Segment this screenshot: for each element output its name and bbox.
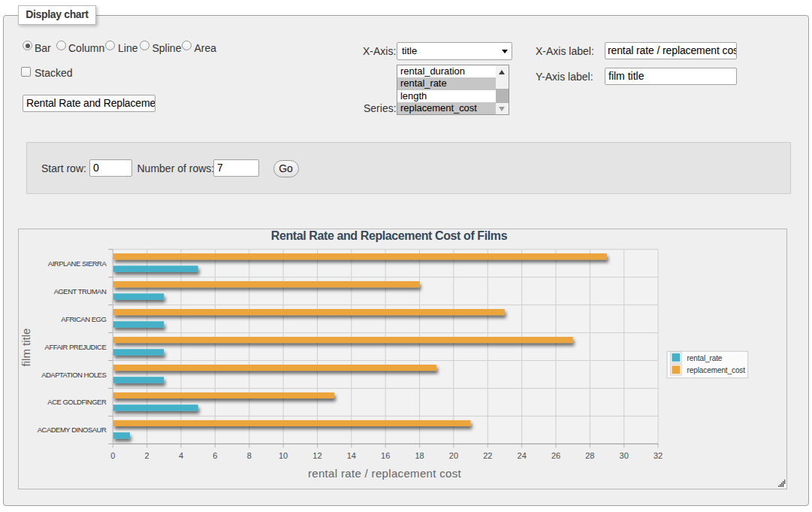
svg-text:AGENT TRUMAN: AGENT TRUMAN <box>54 287 107 295</box>
svg-text:8: 8 <box>247 451 252 460</box>
svg-text:rental rate / replacement cost: rental rate / replacement cost <box>308 467 462 480</box>
svg-text:ADAPTATION HOLES: ADAPTATION HOLES <box>41 371 106 379</box>
svg-text:ACE GOLDFINGER: ACE GOLDFINGER <box>47 398 107 406</box>
svg-text:AFFAIR PREJUDICE: AFFAIR PREJUDICE <box>45 343 107 351</box>
svg-text:AIRPLANE SIERRA: AIRPLANE SIERRA <box>48 259 107 268</box>
svg-text:Rental Rate and Replacement Co: Rental Rate and Replacement Cost of Film… <box>271 229 508 242</box>
svg-text:32: 32 <box>654 451 663 460</box>
svg-text:6: 6 <box>213 451 217 460</box>
svg-text:ACADEMY DINOSAUR: ACADEMY DINOSAUR <box>38 426 107 434</box>
svg-text:20: 20 <box>449 451 458 460</box>
svg-text:2: 2 <box>145 451 149 460</box>
svg-text:30: 30 <box>620 451 629 460</box>
svg-text:AFRICAN EGG: AFRICAN EGG <box>61 315 106 323</box>
svg-text:10: 10 <box>279 451 288 460</box>
svg-text:replacement_cost: replacement_cost <box>687 366 746 374</box>
svg-text:rental_rate: rental_rate <box>687 354 723 362</box>
svg-text:26: 26 <box>551 451 560 460</box>
svg-text:film title: film title <box>20 329 32 367</box>
svg-text:0: 0 <box>110 451 115 460</box>
svg-text:4: 4 <box>179 451 183 460</box>
svg-text:24: 24 <box>518 451 527 460</box>
svg-text:12: 12 <box>312 451 321 460</box>
svg-text:18: 18 <box>415 451 424 460</box>
svg-text:22: 22 <box>483 451 492 460</box>
svg-text:28: 28 <box>585 451 594 460</box>
svg-text:16: 16 <box>381 451 390 460</box>
svg-text:14: 14 <box>347 451 356 460</box>
